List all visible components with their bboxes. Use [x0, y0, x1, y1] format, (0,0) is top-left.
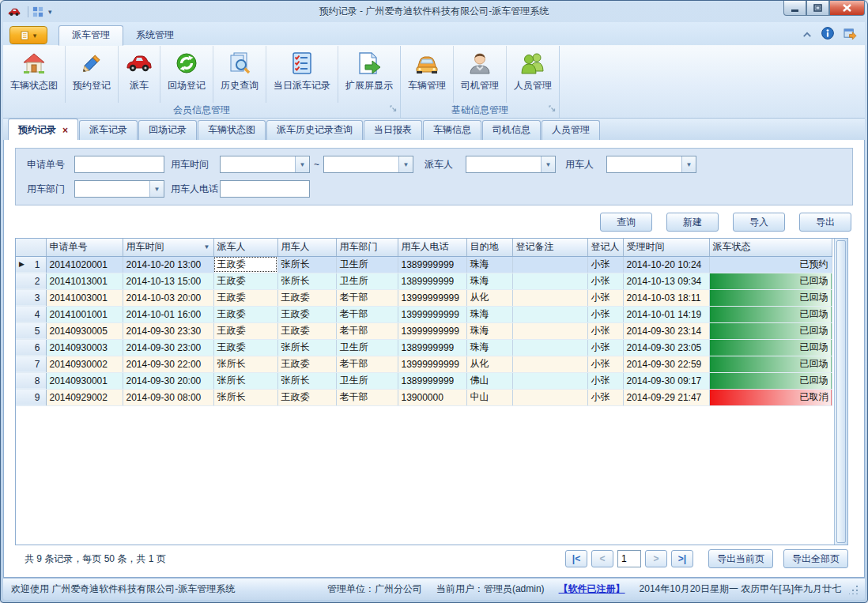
doc-tab[interactable]: 车辆状态图	[198, 120, 266, 140]
row-selector[interactable]: 3	[16, 289, 46, 306]
ribbon-tab-dispatch[interactable]: 派车管理	[58, 25, 123, 46]
export-current-page-button[interactable]: 导出当前页	[708, 549, 773, 568]
cell-status[interactable]: 已取消	[709, 389, 832, 405]
cell-dest[interactable]: 珠海	[466, 322, 512, 339]
cell-dispatcher[interactable]: 王政委	[213, 273, 277, 289]
table-row[interactable]: ▶1201410200012014-10-20 13:00王政委张所长卫生所13…	[16, 256, 832, 273]
close-button[interactable]	[829, 1, 865, 16]
dialog-launcher-icon[interactable]	[549, 104, 556, 115]
cell-use_time[interactable]: 2014-10-13 15:00	[123, 273, 213, 289]
cell-remark[interactable]	[512, 389, 587, 405]
column-header-order_no[interactable]: 申请单号	[46, 239, 123, 256]
prev-page-button[interactable]: <	[591, 550, 613, 567]
cell-dispatcher[interactable]: 张所长	[213, 372, 277, 389]
vertical-scrollbar[interactable]	[834, 239, 847, 545]
cell-accept_time[interactable]: 2014-10-01 14:19	[623, 306, 709, 322]
ribbon-button-vehicle-management[interactable]: 车辆管理	[401, 46, 454, 103]
cell-status[interactable]: 已回场	[709, 322, 832, 339]
row-selector[interactable]: ▶1	[16, 256, 46, 273]
cell-user[interactable]: 王政委	[277, 289, 336, 306]
dispatcher-combo[interactable]: ▼	[466, 156, 556, 173]
cell-dept[interactable]: 老干部	[336, 322, 398, 339]
cell-dest[interactable]: 珠海	[466, 273, 512, 289]
cell-dispatcher[interactable]: 王政委	[213, 339, 277, 356]
cell-accept_time[interactable]: 2014-10-13 09:34	[623, 273, 709, 289]
cell-dest[interactable]: 从化	[466, 356, 512, 372]
page-number-input[interactable]	[617, 550, 641, 567]
cell-dept[interactable]: 卫生所	[336, 256, 398, 273]
info-icon[interactable]	[821, 27, 834, 42]
cell-dispatcher[interactable]: 王政委	[213, 322, 277, 339]
doc-tab[interactable]: 派车历史记录查询	[266, 120, 363, 140]
cell-phone[interactable]: 13999999999	[398, 322, 466, 339]
cell-order_no[interactable]: 20140930005	[46, 322, 123, 339]
skin-icon[interactable]	[843, 28, 857, 42]
ribbon-button-today-dispatch-records[interactable]: 当日派车记录	[266, 46, 338, 103]
ribbon-button-personnel-management[interactable]: 人员管理	[507, 46, 559, 103]
doc-tab[interactable]: 回场记录	[138, 120, 197, 140]
cell-registrar[interactable]: 小张	[587, 306, 623, 322]
cell-accept_time[interactable]: 2014-10-20 10:24	[623, 256, 709, 273]
dropdown-arrow-icon[interactable]: ▼	[681, 156, 696, 172]
cell-use_time[interactable]: 2014-10-20 13:00	[123, 256, 213, 273]
ribbon-button-history-query[interactable]: 历史查询	[213, 46, 266, 103]
query-button[interactable]: 查询	[600, 213, 652, 232]
first-page-button[interactable]: |<	[565, 550, 587, 567]
cell-accept_time[interactable]: 2014-10-03 18:11	[623, 289, 709, 306]
scrollbar-thumb[interactable]	[836, 240, 846, 543]
cell-remark[interactable]	[512, 306, 587, 322]
cell-dept[interactable]: 卫生所	[336, 372, 398, 389]
cell-order_no[interactable]: 20140930001	[46, 372, 123, 389]
table-row[interactable]: 6201409300032014-09-30 23:00王政委张所长卫生所138…	[16, 339, 832, 356]
column-header-dept[interactable]: 用车部门	[336, 239, 398, 256]
cell-order_no[interactable]: 20141003001	[46, 289, 123, 306]
column-header-use_time[interactable]: 用车时间▼	[123, 239, 213, 256]
cell-remark[interactable]	[512, 322, 587, 339]
column-header-registrar[interactable]: 登记人	[587, 239, 623, 256]
cell-dispatcher[interactable]: 张所长	[213, 389, 277, 405]
ribbon-button-reservation[interactable]: 预约登记	[66, 46, 119, 103]
cell-accept_time[interactable]: 2014-09-30 22:59	[623, 356, 709, 372]
cell-user[interactable]: 张所长	[277, 273, 336, 289]
doc-tab[interactable]: 当日报表	[364, 120, 422, 140]
cell-user[interactable]: 王政委	[277, 306, 336, 322]
cell-remark[interactable]	[512, 289, 587, 306]
dropdown-caret-icon[interactable]: ▾	[48, 8, 52, 16]
cell-order_no[interactable]: 20140929002	[46, 389, 123, 405]
table-row[interactable]: 2201410130012014-10-13 15:00王政委张所长卫生所138…	[16, 273, 832, 289]
cell-phone[interactable]: 1389999999	[398, 273, 466, 289]
cell-dest[interactable]: 珠海	[466, 306, 512, 322]
cell-remark[interactable]	[512, 339, 587, 356]
cell-dest[interactable]: 从化	[466, 289, 512, 306]
layout-grid-icon[interactable]	[32, 6, 43, 17]
cell-registrar[interactable]: 小张	[587, 356, 623, 372]
row-selector[interactable]: 9	[16, 389, 46, 405]
collapse-ribbon-icon[interactable]	[802, 29, 812, 40]
column-header-dest[interactable]: 目的地	[466, 239, 512, 256]
cell-dest[interactable]: 珠海	[466, 339, 512, 356]
last-page-button[interactable]: >|	[671, 550, 693, 567]
dropdown-arrow-icon[interactable]: ▼	[149, 181, 164, 197]
cell-registrar[interactable]: 小张	[587, 372, 623, 389]
cell-phone[interactable]: 1389999999	[398, 256, 466, 273]
cell-order_no[interactable]: 20141020001	[46, 256, 123, 273]
dropdown-arrow-icon[interactable]: ▼	[398, 156, 413, 172]
cell-status[interactable]: 已预约	[709, 256, 832, 273]
cell-accept_time[interactable]: 2014-09-30 23:14	[623, 322, 709, 339]
cell-user[interactable]: 张所长	[277, 339, 336, 356]
cell-remark[interactable]	[512, 372, 587, 389]
cell-accept_time[interactable]: 2014-09-30 09:17	[623, 372, 709, 389]
cell-use_time[interactable]: 2014-10-03 20:00	[123, 289, 213, 306]
column-header-dispatcher[interactable]: 派车人	[213, 239, 277, 256]
cell-dest[interactable]: 佛山	[466, 372, 512, 389]
column-header-accept_time[interactable]: 受理时间	[623, 239, 709, 256]
use-time-from-combo[interactable]: ▼	[220, 156, 310, 173]
row-selector[interactable]: 6	[16, 339, 46, 356]
use-time-to-combo[interactable]: ▼	[323, 156, 413, 173]
app-menu-button[interactable]: ▾	[9, 26, 47, 44]
export-button[interactable]: 导出	[799, 213, 851, 232]
cell-user[interactable]: 王政委	[277, 322, 336, 339]
cell-registrar[interactable]: 小张	[587, 389, 623, 405]
software-registered-link[interactable]: 【软件已注册】	[559, 582, 625, 596]
cell-dispatcher[interactable]: 王政委	[213, 306, 277, 322]
